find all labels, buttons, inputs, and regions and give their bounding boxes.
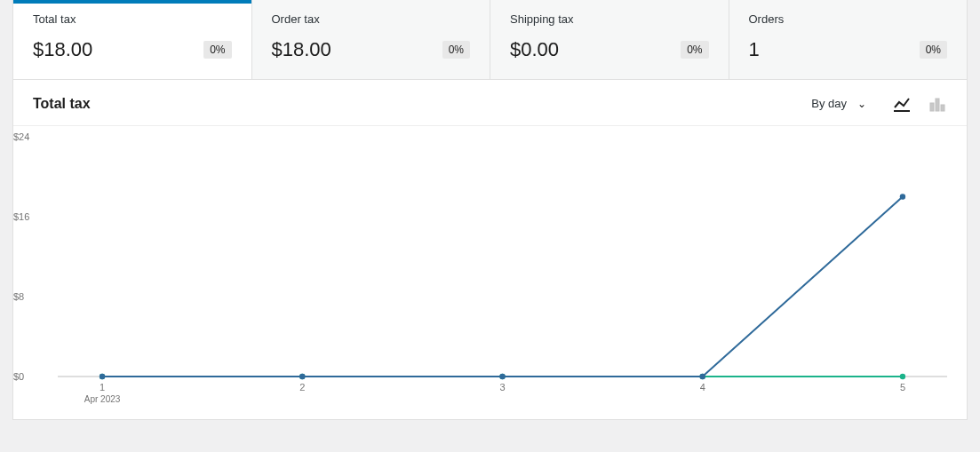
interval-select-label: By day [811,97,847,110]
chart-data-point[interactable] [900,194,905,199]
stat-value: $0.00 [510,38,559,61]
stat-trend-badge: 0% [203,41,231,59]
svg-rect-1 [930,103,934,111]
chart-svg [58,137,947,377]
chart-data-point[interactable] [100,374,105,379]
interval-select[interactable]: By day ⌄ [801,91,876,116]
stat-card-shipping_tax[interactable]: Shipping tax$0.000% [490,0,729,79]
chart-controls: By day ⌄ [801,91,947,116]
line-chart-toggle[interactable] [892,94,912,114]
bar-chart-icon [929,96,945,112]
chart-data-point[interactable] [499,374,505,379]
stat-trend-badge: 0% [442,41,470,59]
stat-card-total_tax[interactable]: Total tax$18.000% [13,0,252,79]
svg-rect-3 [941,105,944,111]
y-axis-tick: $24 [13,131,29,142]
stat-value-row: $18.000% [272,38,471,61]
svg-rect-2 [936,99,939,111]
stat-value: $18.00 [272,38,331,61]
x-axis-tick: 1Apr 2023 [84,382,121,404]
x-axis-tick: 3 [499,382,505,393]
chart-data-point[interactable] [900,374,905,379]
x-axis-tick: 2 [299,382,305,393]
chart-data-point[interactable] [299,374,305,379]
chart-data-point[interactable] [700,374,705,379]
chart-title: Total tax [33,96,91,112]
stat-label: Order tax [272,12,471,26]
stat-trend-badge: 0% [681,41,708,59]
stat-value: $18.00 [33,38,92,61]
y-axis-tick: $16 [13,211,29,222]
stat-value-row: $0.000% [510,38,709,61]
x-axis-month-label: Apr 2023 [84,394,121,404]
chart-series-line [102,197,903,377]
stat-card-orders[interactable]: Orders10% [729,0,968,79]
y-axis-tick: $8 [13,291,24,302]
chart-panel: Total tax By day ⌄ $0$8$16$24 [12,80,968,420]
x-axis-tick: 4 [700,382,705,393]
y-axis-tick: $0 [13,371,24,382]
stat-trend-badge: 0% [920,41,947,59]
chart-body: $0$8$16$24 1Apr 20232345 [13,126,967,419]
chevron-down-icon: ⌄ [857,98,866,110]
stats-row: Total tax$18.000%Order tax$18.000%Shippi… [12,0,968,80]
stat-value-row: 10% [749,38,948,61]
stat-label: Shipping tax [510,12,709,26]
x-axis-tick: 5 [900,382,905,393]
chart-header: Total tax By day ⌄ [13,80,967,126]
line-chart-icon [894,96,910,112]
plot-area [58,137,947,377]
stat-value: 1 [749,38,760,61]
stat-card-order_tax[interactable]: Order tax$18.000% [252,0,491,79]
stat-value-row: $18.000% [33,38,232,61]
stat-label: Orders [749,12,948,26]
stat-label: Total tax [33,12,232,26]
bar-chart-toggle[interactable] [928,94,947,114]
